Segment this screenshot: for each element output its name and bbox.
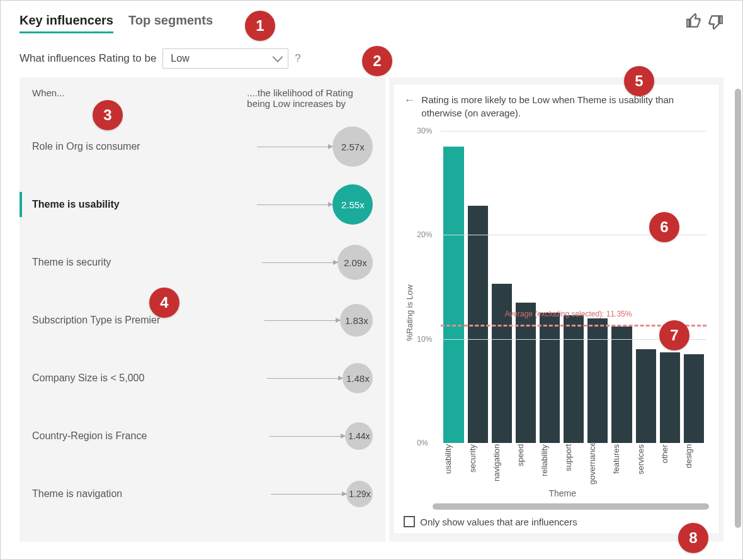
callout-8: 8 [678,523,708,553]
question-prefix: What influences Rating to be [20,52,156,65]
insight-text: Rating is more likely to be Low when The… [421,93,709,120]
connector-line [262,262,337,263]
influencer-list: Role in Org is consumer2.57xTheme is usa… [32,118,373,523]
x-labels: usabilitysecuritynavigationspeedreliabil… [443,444,704,484]
influencer-row[interactable]: Theme is usability2.55x [32,176,373,233]
selection-marker [20,481,22,507]
influencer-bubble: 1.48x [343,363,373,393]
y-tick: 30% [417,126,432,135]
bar[interactable] [443,147,463,443]
influencer-row[interactable]: Subscription Type is Premier1.83x [32,291,373,349]
influencer-bubble: 2.55x [332,184,373,225]
bar[interactable] [611,327,632,443]
checkbox-label: Only show values that are influencers [420,517,577,527]
influencer-label: Theme is usability [32,199,257,210]
chart: %Rating is Low 0%10%20%30%Average (exclu… [404,126,709,500]
chart-body: 0%10%20%30%Average (excluding selected):… [416,126,709,500]
bar[interactable] [516,303,536,443]
callout-3: 3 [93,100,123,130]
horizontal-scrollbar[interactable] [433,503,709,510]
selection-marker [20,134,22,159]
x-tick: services [636,444,656,484]
callout-1: 1 [245,11,275,41]
influencer-bubble: 2.57x [332,126,373,167]
connector-line [264,320,340,321]
bar[interactable] [660,352,680,443]
bar[interactable] [540,313,560,443]
main-split: When... ....the likelihood of Rating bei… [20,77,723,542]
influencer-row[interactable]: Theme is security2.09x [32,233,373,291]
col-when: When... [32,87,247,109]
tab-key-influencers[interactable]: Key influencers [20,13,113,33]
tab-top-segments[interactable]: Top segments [128,13,213,33]
column-headers: When... ....the likelihood of Rating bei… [32,87,373,109]
influencers-pane: When... ....the likelihood of Rating bei… [20,77,385,542]
callout-7: 7 [659,320,689,350]
connector-line [269,436,345,437]
callout-5: 5 [624,66,654,96]
influencer-label: Country-Region is France [32,430,269,442]
callout-6: 6 [649,212,679,242]
header: Key influencers Top segments [20,13,723,33]
bar[interactable] [684,354,704,443]
bar[interactable] [564,315,584,443]
influencer-row[interactable]: Theme is navigation1.29x [32,465,373,523]
x-tick: reliability [540,444,560,484]
x-tick: governance [587,444,608,484]
connector-line [267,378,343,379]
plot-area: 0%10%20%30%Average (excluding selected):… [441,131,706,443]
bar[interactable] [587,318,608,443]
x-tick: features [611,444,632,484]
influencer-label: Theme is navigation [32,488,271,500]
average-label: Average (excluding selected): 11.35% [505,310,632,318]
connector-line [257,204,332,205]
back-arrow-icon[interactable]: ← [404,94,415,120]
thumbs-down-icon[interactable] [707,13,723,31]
influencer-label: Theme is security [32,257,262,268]
x-tick: speed [516,444,536,484]
influencer-label: Company Size is < 5,000 [32,372,267,384]
selection-marker [20,366,22,391]
only-influencers-checkbox[interactable]: Only show values that are influencers [404,516,709,527]
connector-line [257,147,332,147]
influencer-row[interactable]: Country-Region is France1.44x [32,407,373,465]
y-tick: 20% [417,230,432,239]
help-icon[interactable]: ? [295,52,300,65]
influencer-bubble: 2.09x [337,245,373,280]
selection-marker [20,308,22,333]
influencer-bubble: 1.44x [345,422,373,450]
x-tick: other [660,444,680,484]
influencer-bubble: 1.83x [340,304,373,337]
y-tick: 0% [417,439,428,447]
tabs: Key influencers Top segments [20,13,213,33]
feedback-buttons [686,13,723,31]
col-likelihood: ....the likelihood of Rating being Low i… [247,87,373,109]
thumbs-up-icon[interactable] [686,13,702,31]
influencer-label: Role in Org is consumer [32,141,257,152]
x-tick: support [564,444,584,484]
bar[interactable] [636,349,656,443]
bars [443,131,704,443]
target-value-dropdown[interactable]: Low [162,48,288,69]
x-tick: security [468,444,488,484]
grid-line [441,131,706,132]
bar[interactable] [492,284,512,443]
insight-header: ← Rating is more likely to be Low when T… [404,93,709,120]
x-axis-label: Theme [416,488,709,498]
detail-pane: ← Rating is more likely to be Low when T… [389,77,723,542]
influencer-row[interactable]: Role in Org is consumer2.57x [32,118,373,176]
vertical-scrollbar[interactable] [735,89,741,528]
callout-2: 2 [362,46,392,76]
x-tick: navigation [492,444,512,484]
selection-marker [20,192,22,217]
detail-card: ← Rating is more likely to be Low when T… [393,84,720,534]
callout-4: 4 [149,288,179,318]
selection-marker [20,423,22,449]
x-tick: usability [443,444,463,484]
influencer-row[interactable]: Company Size is < 5,0001.48x [32,349,373,407]
x-tick: design [684,444,704,484]
influencer-bubble: 1.29x [346,481,373,507]
y-axis-label: %Rating is Low [404,126,416,500]
checkbox-icon[interactable] [404,516,415,527]
selection-marker [20,250,22,275]
